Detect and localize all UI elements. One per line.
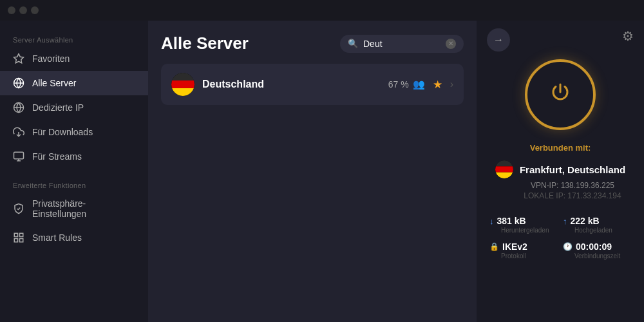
svg-rect-15 xyxy=(171,73,194,80)
globe-active-icon xyxy=(13,77,24,89)
cloud-download-icon xyxy=(13,126,24,138)
forward-button[interactable]: → xyxy=(487,28,510,52)
content-area: Alle Server 🔍 ✕ xyxy=(148,21,477,322)
stat-download: ↓ 381 kB Heruntergeladen xyxy=(489,216,558,234)
sidebar-item-label-favorites: Favoriten xyxy=(32,53,70,64)
content-header: Alle Server 🔍 ✕ xyxy=(161,33,464,53)
server-load: 67 % 👥 xyxy=(388,79,425,90)
stat-upload: ↑ 222 kB Hochgeladen xyxy=(563,216,631,234)
page-title: Alle Server xyxy=(161,33,249,53)
stat-protocol: 🔒 IKEv2 Protokoll xyxy=(489,242,558,260)
stat-upload-top: ↑ 222 kB xyxy=(563,216,600,226)
server-name: Deutschland xyxy=(202,79,381,90)
svg-rect-17 xyxy=(171,88,194,96)
svg-rect-16 xyxy=(171,80,194,88)
upload-arrow-icon: ↑ xyxy=(563,216,567,226)
upload-label: Hochgeladen xyxy=(574,227,612,234)
protocol-value: IKEv2 xyxy=(502,242,527,252)
sidebar-item-smart-rules[interactable]: Smart Rules xyxy=(0,225,148,250)
sidebar-item-label-downloads: Für Downloads xyxy=(32,127,93,137)
protocol-icon: 🔒 xyxy=(489,242,499,251)
sidebar-item-label-smart-rules: Smart Rules xyxy=(32,232,82,243)
maximize-button[interactable] xyxy=(31,6,39,14)
sidebar-item-downloads[interactable]: Für Downloads xyxy=(0,120,148,144)
svg-rect-12 xyxy=(20,239,23,242)
sidebar-item-privacy[interactable]: Privatsphäre-Einstellungen xyxy=(0,192,148,225)
clear-search-button[interactable]: ✕ xyxy=(446,39,456,49)
vpn-ip: VPN-IP: 138.199.36.225 xyxy=(531,181,614,190)
sidebar-item-favorites[interactable]: Favoriten xyxy=(0,46,148,71)
sidebar-item-label-streams: Für Streams xyxy=(32,151,82,162)
stat-time: 🕐 00:00:09 Verbindungszeit xyxy=(563,242,631,260)
favorite-star-icon[interactable]: ★ xyxy=(433,78,442,91)
sidebar-item-all-servers[interactable]: Alle Server xyxy=(0,71,148,95)
local-ip: LOKALE IP: 171.33.234.194 xyxy=(524,191,621,200)
power-ring[interactable] xyxy=(525,59,596,130)
protocol-label: Protokoll xyxy=(501,252,526,260)
shield-icon xyxy=(13,203,24,214)
download-arrow-icon: ↓ xyxy=(489,216,494,226)
search-icon: 🔍 xyxy=(348,39,358,48)
load-value: 67 % xyxy=(388,79,409,90)
download-label: Heruntergeladen xyxy=(501,227,549,234)
time-icon: 🕐 xyxy=(563,242,573,251)
stat-download-top: ↓ 381 kB xyxy=(489,216,526,226)
search-input[interactable] xyxy=(363,39,440,49)
connected-server-row: Frankfurt, Deutschland xyxy=(495,160,625,178)
connected-server-name: Frankfurt, Deutschland xyxy=(520,164,625,175)
svg-rect-20 xyxy=(495,160,513,166)
monitor-icon xyxy=(13,151,24,162)
server-list: Deutschland 67 % 👥 ★ › xyxy=(161,64,464,309)
svg-rect-9 xyxy=(14,233,17,236)
traffic-lights xyxy=(8,6,39,14)
power-icon xyxy=(547,79,573,111)
sidebar: Server Auswählen Favoriten Alle Server xyxy=(0,21,148,322)
sidebar-section-label-2: Erweiterte Funktionen xyxy=(0,176,148,192)
grid-icon xyxy=(13,232,24,243)
svg-rect-11 xyxy=(14,239,17,242)
settings-button[interactable]: ⚙ xyxy=(622,28,634,44)
sidebar-item-dedicated-ip[interactable]: Dedizierte IP xyxy=(0,95,148,120)
sidebar-item-streams[interactable]: Für Streams xyxy=(0,144,148,169)
titlebar xyxy=(0,0,644,21)
connected-flag xyxy=(495,160,513,178)
right-panel: → ⚙ Verbunden mit: xyxy=(477,21,644,322)
table-row[interactable]: Deutschland 67 % 👥 ★ › xyxy=(161,64,464,105)
minimize-button[interactable] xyxy=(19,6,27,14)
globe-icon xyxy=(13,102,24,113)
search-box[interactable]: 🔍 ✕ xyxy=(340,35,464,53)
svg-rect-22 xyxy=(495,173,513,178)
svg-rect-6 xyxy=(14,152,24,159)
stat-time-top: 🕐 00:00:09 xyxy=(563,242,612,252)
close-button[interactable] xyxy=(8,6,15,14)
svg-rect-10 xyxy=(20,233,23,236)
sidebar-item-label-privacy: Privatsphäre-Einstellungen xyxy=(32,198,135,219)
sidebar-section-label-1: Server Auswählen xyxy=(0,31,148,46)
svg-marker-0 xyxy=(14,54,24,63)
sidebar-item-label-dedicated-ip: Dedizierte IP xyxy=(32,102,84,113)
server-flag xyxy=(171,73,194,96)
chevron-right-icon: › xyxy=(450,79,453,90)
time-label: Verbindungszeit xyxy=(574,252,620,260)
sidebar-item-label-all-servers: Alle Server xyxy=(32,78,76,88)
time-value: 00:00:09 xyxy=(576,242,612,252)
download-value: 381 kB xyxy=(497,216,526,226)
star-icon xyxy=(13,53,24,64)
upload-value: 222 kB xyxy=(571,216,600,226)
svg-rect-21 xyxy=(495,166,513,172)
stats-grid: ↓ 381 kB Heruntergeladen ↑ 222 kB Hochge… xyxy=(489,216,631,260)
stat-protocol-top: 🔒 IKEv2 xyxy=(489,242,527,252)
connected-label: Verbunden mit: xyxy=(530,143,591,153)
users-icon: 👥 xyxy=(413,79,425,90)
